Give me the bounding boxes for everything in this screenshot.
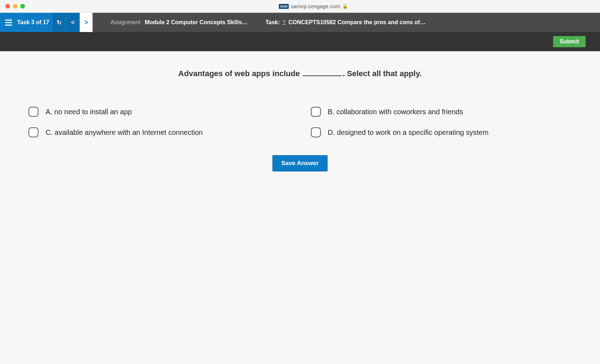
- reload-button[interactable]: ↻: [53, 13, 66, 32]
- traffic-lights: [5, 4, 25, 9]
- url-text: samcp.cengage.com: [291, 3, 340, 9]
- question-text: Advantages of web apps include . Select …: [28, 69, 572, 78]
- assignment-info: Assignment: Module 2 Computer Concepts S…: [110, 19, 247, 26]
- question-blank: [303, 75, 342, 76]
- assignment-label: Assignment:: [110, 19, 142, 26]
- task-label: Task:: [265, 19, 280, 26]
- submit-bar: Submit: [0, 32, 600, 51]
- checkbox-c[interactable]: [28, 127, 38, 137]
- window-close-icon[interactable]: [5, 4, 10, 9]
- prev-button[interactable]: <: [66, 13, 79, 32]
- option-b-text: B. collaboration with coworkers and frie…: [328, 108, 463, 116]
- question-suffix: . Select all that apply.: [343, 69, 422, 78]
- checkbox-a[interactable]: [28, 107, 38, 117]
- lock-icon: 🔒: [342, 4, 348, 9]
- question-prefix: Advantages of web apps include: [178, 69, 302, 78]
- checkbox-d[interactable]: [311, 127, 321, 137]
- option-c: C. available anywhere with an Internet c…: [28, 127, 289, 137]
- options-grid: A. no need to install an app B. collabor…: [28, 107, 572, 137]
- site-badge: SAM: [279, 4, 289, 9]
- menu-icon[interactable]: [5, 20, 12, 26]
- window-maximize-icon[interactable]: [20, 4, 25, 9]
- assignment-value: Module 2 Computer Concepts Skills…: [145, 19, 247, 26]
- option-b: B. collaboration with coworkers and frie…: [311, 107, 572, 117]
- option-d-text: D. designed to work on a specific operat…: [328, 128, 489, 137]
- header-bar: Task 3 of 17 ↻ < > Assignment: Module 2 …: [0, 13, 600, 32]
- option-c-text: C. available anywhere with an Internet c…: [46, 128, 203, 137]
- option-a: A. no need to install an app: [28, 107, 289, 117]
- submit-button[interactable]: Submit: [553, 36, 586, 47]
- task-value: CONCEPTS10582 Compare the pros and cons …: [288, 19, 426, 26]
- task-info: Task: ⌶ CONCEPTS10582 Compare the pros a…: [265, 19, 426, 26]
- checkbox-b[interactable]: [311, 107, 321, 117]
- content-area: Advantages of web apps include . Select …: [0, 51, 600, 364]
- option-d: D. designed to work on a specific operat…: [311, 127, 572, 137]
- save-answer-button[interactable]: Save Answer: [272, 155, 328, 172]
- url-bar[interactable]: SAM samcp.cengage.com 🔒: [32, 3, 595, 9]
- next-button[interactable]: >: [80, 13, 93, 32]
- window-minimize-icon[interactable]: [13, 4, 17, 9]
- cursor-icon: ⌶: [283, 20, 286, 25]
- nav-btn-group: ↻ < >: [53, 13, 93, 32]
- task-progress-label: Task 3 of 17: [17, 19, 49, 26]
- save-row: Save Answer: [28, 155, 572, 172]
- option-a-text: A. no need to install an app: [46, 108, 132, 116]
- browser-bar: SAM samcp.cengage.com 🔒: [0, 0, 600, 13]
- task-nav: Task 3 of 17 ↻ < >: [0, 13, 93, 32]
